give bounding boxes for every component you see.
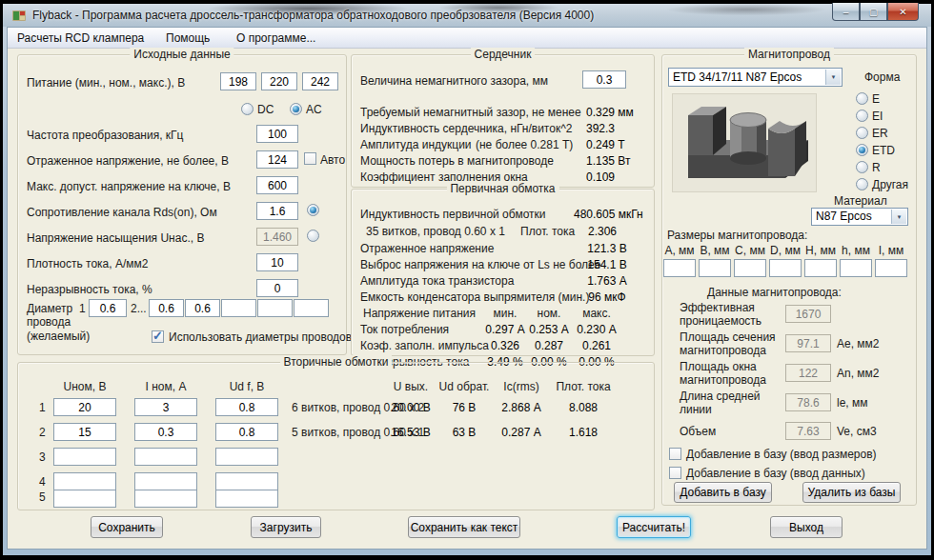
close-button[interactable]: ✕	[887, 3, 919, 21]
material-select[interactable]: N87 Epcos ▼	[811, 208, 908, 226]
shape-radio-er[interactable]	[856, 127, 868, 139]
secondary-row-index: 1	[39, 401, 46, 414]
secondary-unom-input-4[interactable]	[53, 472, 116, 490]
auto-checkbox[interactable]	[304, 152, 316, 165]
rds-input[interactable]	[256, 202, 298, 220]
secondary-udf-input-5[interactable]	[215, 490, 278, 508]
rds-label: Сопротивление канала Rds(on), Ом	[27, 206, 217, 219]
groupbox-magnetics-title: Магнитопровод	[744, 48, 834, 61]
secondary-udf-input-2[interactable]	[215, 423, 278, 441]
add-data-checkbox[interactable]	[669, 467, 681, 479]
secondary-inom-input-1[interactable]	[134, 398, 197, 416]
maximize-button[interactable]: ▢	[860, 3, 887, 21]
ac-radio[interactable]	[290, 103, 302, 115]
dc-label[interactable]: DC	[257, 103, 274, 116]
add-data-label[interactable]: Добавление в базу (ввод данных)	[686, 467, 865, 480]
secondary-inom-input-2[interactable]	[134, 423, 197, 441]
shape-radio-other[interactable]	[856, 178, 868, 190]
calculate-button[interactable]: Рассчитать!	[617, 516, 691, 538]
dim-input-i[interactable]	[875, 259, 907, 277]
shape-radio-etd[interactable]	[856, 144, 868, 156]
use-diameters-label[interactable]: Использовать диаметры проводов	[169, 330, 352, 344]
load-button[interactable]: Загрузить	[251, 516, 321, 538]
save-as-text-button[interactable]: Сохранить как текст	[408, 516, 520, 538]
core-row-value: 0.249 Т	[586, 138, 625, 151]
shape-radio-r[interactable]	[856, 161, 868, 173]
delete-from-db-button[interactable]: Удалить из базы	[802, 482, 901, 503]
dc-radio[interactable]	[241, 103, 254, 115]
core-area-unit: Ae, мм2	[837, 337, 880, 350]
save-button[interactable]: Сохранить	[91, 516, 163, 538]
menu-item-rcd-clamp[interactable]: Расчеты RCD клампера	[17, 31, 144, 45]
dim-input-c[interactable]	[734, 259, 766, 277]
secondary-header-udf: Ud f, В	[215, 380, 278, 393]
secondary-unom-input-3[interactable]	[53, 448, 116, 466]
permeability-value	[785, 305, 831, 323]
secondary-inom-input-4[interactable]	[134, 472, 197, 490]
minimize-button[interactable]: –	[832, 3, 860, 21]
secondary-unom-input-1[interactable]	[53, 398, 116, 416]
exit-button[interactable]: Выход	[770, 516, 843, 538]
usat-label: Напряжение насыщения Uнас., В	[27, 231, 204, 245]
auto-label[interactable]: Авто	[320, 153, 345, 167]
reflected-label: Отраженное напряжение, не более, В	[27, 154, 229, 168]
dim-input-b[interactable]	[699, 259, 731, 277]
usat-radio[interactable]	[307, 230, 319, 242]
wire-diameter-input-1[interactable]	[89, 299, 127, 317]
volume-unit: Ve, см3	[837, 425, 877, 438]
titlebar[interactable]: Flyback - Программа расчета дроссель-тра…	[3, 4, 931, 27]
wire-diameter-input-4[interactable]	[221, 299, 256, 317]
shape-radio-e[interactable]	[856, 92, 868, 105]
window-controls: – ▢ ✕	[832, 3, 919, 21]
groupbox-source-data: Исходные данные Питание (мин., ном., мак…	[17, 54, 347, 355]
supply-min-input[interactable]	[220, 72, 256, 90]
menu-item-help[interactable]: Помощь	[166, 31, 210, 45]
primary-row-value: 1.763 А	[571, 274, 643, 288]
core-row-value: 0.109	[586, 170, 615, 184]
secondary-inom-input-3[interactable]	[134, 448, 197, 466]
shape-radio-ei[interactable]	[856, 110, 868, 122]
ac-label[interactable]: AC	[306, 103, 322, 116]
gap-input[interactable]	[582, 70, 626, 89]
check-icon: ✓	[152, 329, 163, 343]
secondary-udf-input-4[interactable]	[215, 472, 278, 490]
shape-label-er[interactable]: ER	[872, 127, 888, 140]
dim-header: C, мм	[734, 244, 766, 257]
secondary-udf-input-1[interactable]	[215, 398, 278, 416]
wire-diameter-input-2[interactable]	[149, 299, 184, 317]
shape-label: Форма	[864, 70, 900, 84]
dim-input-h-big[interactable]	[804, 259, 837, 277]
secondary-unom-input-5[interactable]	[53, 490, 116, 508]
shape-label-other[interactable]: Другая	[872, 178, 908, 191]
wire-diameter-input-6[interactable]	[294, 299, 329, 317]
density-input[interactable]	[256, 253, 298, 271]
dim-input-h-small[interactable]	[840, 259, 872, 277]
continuity-input[interactable]	[256, 279, 298, 297]
max-switch-input[interactable]	[256, 176, 298, 194]
dim-input-a[interactable]	[663, 259, 696, 277]
secondary-unom-input-2[interactable]	[53, 423, 116, 441]
add-to-db-button[interactable]: Добавить в базу	[674, 482, 772, 503]
supply-max-input[interactable]	[302, 72, 338, 90]
use-diameters-checkbox[interactable]: ✓	[152, 330, 164, 343]
minimize-icon: –	[843, 7, 849, 17]
secondary-udf-input-3[interactable]	[215, 448, 278, 466]
dim-input-d[interactable]	[769, 259, 802, 277]
add-dims-checkbox[interactable]	[669, 448, 681, 460]
add-dims-label[interactable]: Добавление в базу (ввод размеров)	[686, 448, 877, 461]
reflected-input[interactable]	[256, 150, 298, 169]
primary-row-value: 121.3 В	[571, 242, 643, 255]
shape-label-e[interactable]: E	[872, 92, 880, 106]
wire-diameter-input-3[interactable]	[185, 299, 220, 317]
core-select[interactable]: ETD 34/17/11 N87 Epcos ▼	[668, 68, 843, 87]
shape-label-ei[interactable]: EI	[872, 110, 883, 123]
secondary-inom-input-5[interactable]	[134, 490, 197, 508]
core-row-value: 0.329 мм	[586, 106, 634, 119]
shape-label-etd[interactable]: ETD	[872, 144, 895, 157]
menu-item-about[interactable]: О программе...	[236, 31, 315, 45]
rds-radio[interactable]	[307, 204, 319, 216]
supply-nom-input[interactable]	[261, 72, 297, 90]
shape-label-r[interactable]: R	[872, 161, 881, 174]
freq-input[interactable]	[256, 125, 298, 143]
wire-diameter-input-5[interactable]	[257, 299, 293, 317]
